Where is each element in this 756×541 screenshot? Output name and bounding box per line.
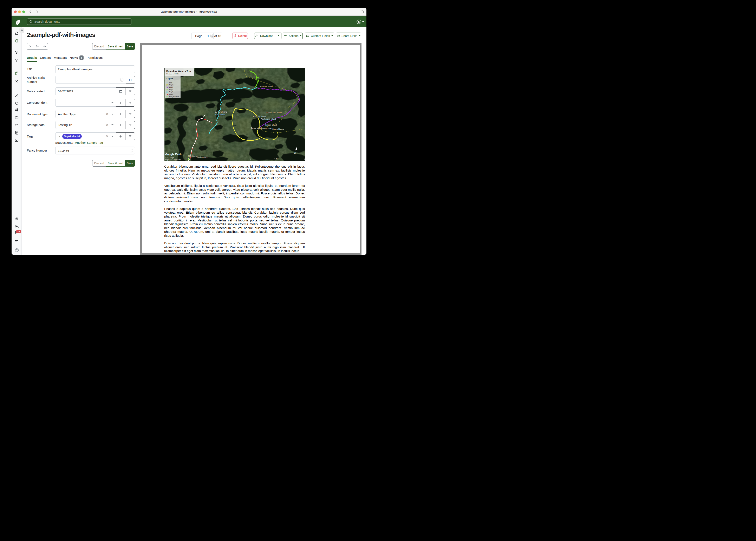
svg-text:Boundary Waters Trip: Boundary Waters Trip xyxy=(166,70,191,72)
svg-text:Day 3: Day 3 xyxy=(169,86,173,88)
svg-text:Day 2: Day 2 xyxy=(169,84,173,86)
svg-text:Canoe Island: Canoe Island xyxy=(251,127,262,129)
svg-text:Gary Island: Gary Island xyxy=(215,114,225,116)
svg-text:3 mi: 3 mi xyxy=(274,158,278,160)
svg-text:© 2017 Google: © 2017 Google xyxy=(165,157,174,159)
svg-text:Washington Island: Washington Island xyxy=(261,118,276,120)
svg-text:Lincoln Island: Lincoln Island xyxy=(265,124,277,126)
svg-text:Charlies Island: Charlies Island xyxy=(196,156,208,158)
svg-text:Day 5: Day 5 xyxy=(169,91,173,93)
svg-text:Half Dog Island: Half Dog Island xyxy=(253,116,266,118)
svg-text:Google Earth: Google Earth xyxy=(165,153,182,156)
svg-text:Legend: Legend xyxy=(167,78,173,80)
svg-text:N: N xyxy=(294,151,296,154)
svg-text:Day 1: Day 1 xyxy=(169,81,173,83)
svg-text:Text: Text xyxy=(232,124,237,127)
svg-text:Entry Point 24: Entry Point 24 xyxy=(169,96,179,98)
svg-text:Squirrel Island: Squirrel Island xyxy=(272,128,284,130)
svg-text:Day 4: Day 4 xyxy=(169,89,173,91)
svg-text:Indian Grave Island: Indian Grave Island xyxy=(266,112,282,114)
svg-text:Image © 2017 DigitalGlobe: Image © 2017 DigitalGlobe xyxy=(165,159,181,161)
svg-text:Hausons Island: Hausons Island xyxy=(260,86,273,88)
svg-text:Day 6: Day 6 xyxy=(169,93,173,95)
svg-text:Six days in BWCA: Six days in BWCA xyxy=(166,73,180,75)
svg-text:Norway Island: Norway Island xyxy=(261,127,273,130)
svg-text:New York Island: New York Island xyxy=(214,111,227,113)
